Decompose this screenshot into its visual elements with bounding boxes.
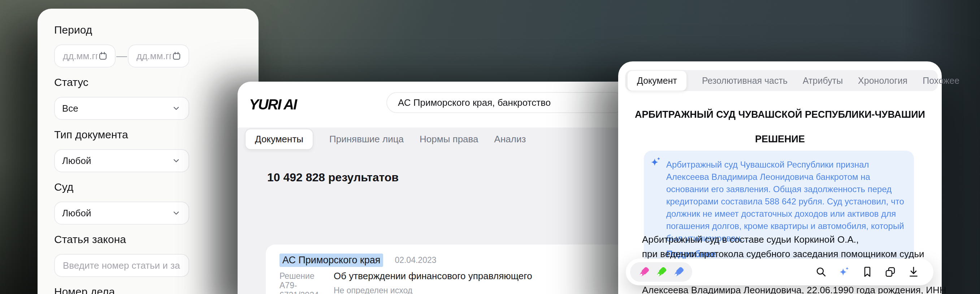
search-results-panel: YURI AI Документы Принявшие лица Нормы п… (238, 82, 657, 294)
status-select-value: Все (62, 103, 78, 114)
date-to-field[interactable] (128, 44, 189, 68)
law-article-label: Статья закона (54, 233, 242, 246)
tab-document[interactable]: Документ (627, 70, 687, 91)
results-tabs: Документы Принявшие лица Нормы права Ана… (238, 127, 657, 151)
pink-marker-icon (638, 266, 650, 278)
copy-button[interactable] (884, 266, 897, 278)
results-body: Документы Принявшие лица Нормы права Ана… (238, 127, 657, 294)
tab-documents[interactable]: Документы (245, 129, 313, 150)
app-background: Период — Статус Все Тип документа Любой … (0, 0, 980, 294)
bookmark-button[interactable] (861, 266, 873, 278)
document-body-line: при ведении протокола судебного заседани… (642, 248, 924, 260)
date-from-input[interactable] (62, 50, 98, 62)
search-icon (815, 266, 827, 278)
results-count: 10 492 828 результатов (267, 171, 657, 184)
search-field[interactable] (387, 92, 625, 113)
result-case-number: А79-6721/2024 (280, 281, 334, 294)
court-select[interactable]: Любой (54, 202, 189, 225)
tab-operative-part[interactable]: Резолютивная часть (702, 75, 788, 86)
document-type-title: РЕШЕНИЕ (618, 133, 942, 145)
result-header-row: АС Приморского края 02.04.2023 (280, 253, 642, 267)
calendar-icon[interactable] (98, 50, 108, 62)
result-court: АС Приморского края (280, 254, 383, 267)
result-meta-row: Решение Об утверждении финансового управ… (280, 270, 642, 281)
tab-attributes[interactable]: Атрибуты (803, 75, 843, 86)
result-title: Об утверждении финансового управляющего (334, 270, 532, 282)
doc-type-select[interactable]: Любой (54, 149, 189, 172)
ai-sparkle-icon (838, 266, 850, 278)
document-body-line: Арбитражный суд в составе судьи Коркиной… (642, 234, 859, 245)
case-number-label: Номер дела (54, 286, 242, 294)
doc-type-select-value: Любой (62, 155, 91, 167)
filters-panel: Период — Статус Все Тип документа Любой … (38, 9, 259, 294)
search-in-document-button[interactable] (815, 266, 827, 278)
ai-sparkle-icon (650, 156, 662, 168)
document-toolbar (626, 259, 934, 285)
result-item[interactable]: АС Приморского края 02.04.2023 Решение О… (266, 245, 656, 294)
doc-type-label: Тип документа (54, 129, 242, 141)
document-body-line-clipped: Алексеева Владимира Леонидовича, 22.06.1… (642, 284, 947, 294)
bookmark-icon (861, 266, 873, 278)
search-input[interactable] (397, 97, 614, 109)
result-doc-type: Решение (280, 271, 334, 281)
period-label: Период (54, 24, 242, 36)
highlighter-palette (630, 262, 692, 282)
tab-participants[interactable]: Принявшие лица (329, 133, 404, 145)
date-to-input[interactable] (136, 50, 172, 62)
court-label: Суд (54, 181, 242, 193)
status-label: Статус (54, 76, 242, 89)
download-button[interactable] (907, 266, 920, 278)
tab-analysis[interactable]: Анализ (494, 133, 526, 145)
law-article-input[interactable] (62, 260, 181, 272)
pink-marker-button[interactable] (638, 266, 650, 278)
chevron-down-icon (171, 156, 181, 166)
ai-assistant-button[interactable] (838, 266, 850, 278)
result-meta-row: А79-6721/2024 Не определен исход (280, 285, 642, 294)
tab-law-norms[interactable]: Нормы права (420, 133, 478, 145)
result-outcome: Не определен исход (334, 286, 412, 294)
document-court-title: АРБИТРАЖНЫЙ СУД ЧУВАШСКОЙ РЕСПУБЛИКИ-ЧУВ… (618, 109, 942, 120)
chevron-down-icon (171, 103, 181, 113)
blue-marker-button[interactable] (673, 266, 684, 278)
ai-summary-text: Арбитражный суд Чувашской Республики при… (666, 159, 909, 245)
court-select-value: Любой (62, 208, 91, 219)
calendar-icon[interactable] (172, 50, 181, 62)
download-icon (907, 266, 920, 278)
date-from-field[interactable] (54, 44, 116, 68)
document-tabs: Документ Резолютивная часть Атрибуты Хро… (625, 70, 938, 91)
period-range: — (54, 44, 189, 68)
tab-similar[interactable]: Похожее (923, 75, 959, 86)
date-range-separator: — (116, 50, 128, 62)
green-marker-button[interactable] (655, 266, 667, 278)
blue-marker-icon (673, 266, 684, 278)
yuri-ai-logo: YURI AI (249, 97, 296, 113)
law-article-field[interactable] (54, 254, 189, 277)
result-date: 02.04.2023 (395, 255, 436, 265)
copy-icon (884, 266, 897, 278)
results-header: YURI AI (238, 82, 657, 127)
status-select[interactable]: Все (54, 97, 189, 120)
tab-chronology[interactable]: Хронология (858, 75, 907, 86)
green-marker-icon (655, 266, 667, 278)
toolbar-actions (815, 266, 920, 278)
chevron-down-icon (171, 208, 181, 218)
